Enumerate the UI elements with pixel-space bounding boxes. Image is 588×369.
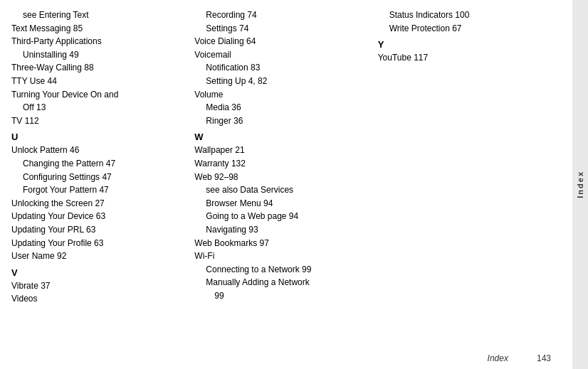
index-entry: Ringer 36 — [194, 114, 370, 128]
index-entry: Unlocking the Screen 27 — [11, 197, 187, 210]
index-entry: Configuring Settings 47 — [11, 171, 187, 184]
index-entry: Media 36 — [194, 101, 370, 114]
index-entry: Turning Your Device On and — [11, 88, 187, 102]
sidebar-label: Index — [576, 171, 584, 198]
column-2: Recording 74Settings 74Voice Dialing 64V… — [194, 9, 377, 360]
index-entry: Wallpaper 21 — [194, 144, 370, 157]
index-entry: Voicemail — [194, 48, 370, 62]
index-entry: Settings 74 — [194, 22, 370, 36]
index-entry: 99 — [194, 289, 370, 303]
main-content: see Entering TextText Messaging 85Third-… — [0, 0, 572, 369]
index-entry: Updating Your PRL 63 — [11, 223, 187, 237]
index-entry: Uninstalling 49 — [11, 48, 187, 62]
sidebar: Index — [572, 0, 588, 369]
index-entry: Warranty 132 — [194, 157, 370, 171]
index-entry: Forgot Your Pattern 47 — [11, 183, 187, 197]
index-entry: Browser Menu 94 — [194, 197, 370, 210]
index-entry: Updating Your Device 63 — [11, 210, 187, 223]
index-entry: see also Data Services — [194, 183, 370, 197]
index-entry: Manually Adding a Network — [194, 276, 370, 289]
index-entry: Going to a Web page 94 — [194, 210, 370, 223]
index-entry: YouTube 117 — [378, 51, 554, 65]
footer: Index 143 — [488, 353, 551, 363]
footer-page: 143 — [537, 353, 551, 363]
index-entry: Wi-Fi — [194, 250, 370, 263]
footer-label: Index — [488, 353, 508, 363]
index-entry: User Name 92 — [11, 250, 187, 263]
index-entry: Off 13 — [11, 101, 187, 114]
index-entry: Write Protection 67 — [378, 22, 554, 36]
index-entry: Notification 83 — [194, 61, 370, 75]
index-entry: Web Bookmarks 97 — [194, 237, 370, 250]
index-entry: Web 92–98 — [194, 171, 370, 184]
section-letter: V — [11, 267, 187, 278]
index-entry: Recording 74 — [194, 9, 370, 22]
index-entry: Vibrate 37 — [11, 279, 187, 293]
index-entry: Three-Way Calling 88 — [11, 61, 187, 75]
index-entry: TV 112 — [11, 114, 187, 128]
index-entry: TTY Use 44 — [11, 75, 187, 88]
index-entry: Changing the Pattern 47 — [11, 157, 187, 171]
index-entry: Text Messaging 85 — [11, 22, 187, 36]
section-letter: Y — [378, 39, 554, 50]
column-3: Status Indicators 100Write Protection 67… — [378, 9, 561, 360]
index-entry: Volume — [194, 88, 370, 102]
index-entry: Connecting to a Network 99 — [194, 263, 370, 277]
index-entry: see Entering Text — [11, 9, 187, 22]
index-entry: Third-Party Applications — [11, 35, 187, 48]
index-entry: Setting Up 4, 82 — [194, 75, 370, 88]
index-entry: Voice Dialing 64 — [194, 35, 370, 48]
index-entry: Unlock Pattern 46 — [11, 144, 187, 157]
index-entry: Videos — [11, 292, 187, 306]
section-letter: U — [11, 132, 187, 142]
index-entry: Updating Your Profile 63 — [11, 237, 187, 250]
index-entry: Navigating 93 — [194, 223, 370, 237]
section-letter: W — [194, 132, 370, 142]
column-1: see Entering TextText Messaging 85Third-… — [11, 9, 194, 360]
index-entry: Status Indicators 100 — [378, 9, 554, 22]
